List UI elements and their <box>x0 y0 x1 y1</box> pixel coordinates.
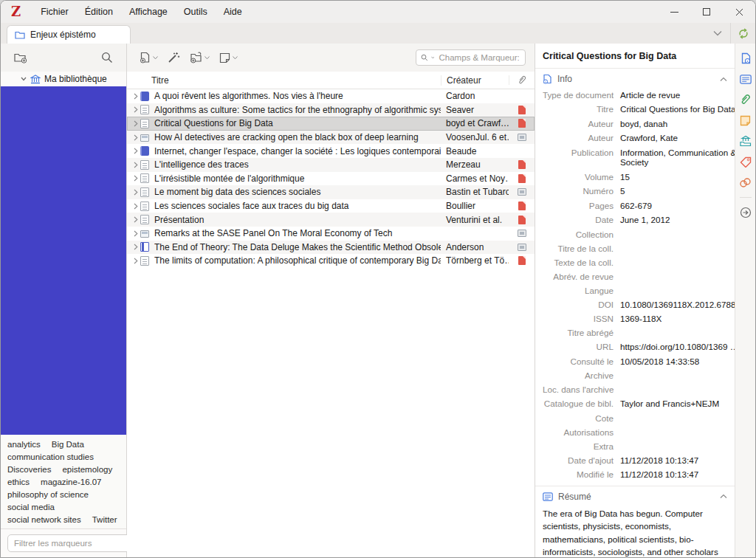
table-row[interactable]: PrésentationVenturini et al. <box>127 213 535 227</box>
new-item-button[interactable] <box>136 49 162 66</box>
field-value[interactable]: boyd, danah <box>620 119 735 128</box>
collection-selection-region[interactable] <box>1 86 126 435</box>
notes-tab-icon[interactable] <box>738 114 753 127</box>
menu-item[interactable]: Fichier <box>32 7 77 17</box>
menu-item[interactable]: Outils <box>176 7 216 17</box>
menu-item[interactable]: Affichage <box>121 7 176 17</box>
menu-item[interactable]: Édition <box>77 7 121 17</box>
menu-item[interactable]: Aide <box>216 7 250 17</box>
field-value[interactable] <box>620 272 735 281</box>
expand-chevron-icon[interactable] <box>131 230 140 237</box>
tag-item[interactable]: Twitter <box>92 515 117 524</box>
tag-item[interactable]: communication studies <box>7 452 94 461</box>
field-value[interactable]: 10.1080/1369118X.2012.6788 … <box>620 300 735 309</box>
sync-icon[interactable] <box>731 23 755 44</box>
field-value[interactable]: Taylor and Francis+NEJM <box>620 399 735 408</box>
table-row[interactable]: The End of Theory: The Data Deluge Makes… <box>127 241 535 255</box>
expand-chevron-icon[interactable] <box>131 134 140 141</box>
expand-chevron-icon[interactable] <box>131 258 140 264</box>
column-header-creator[interactable]: Créateur <box>441 75 509 86</box>
related-tab-icon[interactable] <box>738 176 753 189</box>
field-value[interactable]: 662-679 <box>620 201 735 210</box>
table-row[interactable]: L'irrésistible montée de l'algorithmique… <box>127 172 535 186</box>
expand-chevron-icon[interactable] <box>131 244 140 250</box>
tag-item[interactable]: epistemology <box>62 465 112 474</box>
field-value[interactable]: Article de revue <box>620 90 735 100</box>
tag-item[interactable]: magazine-16.07 <box>41 478 101 486</box>
field-value[interactable]: Critical Questions for Big Data <box>620 104 735 114</box>
info-tab-icon[interactable] <box>738 52 753 65</box>
expand-chevron-icon[interactable] <box>131 148 140 154</box>
expand-chevron-icon[interactable] <box>131 162 140 168</box>
expand-chevron-icon[interactable] <box>131 216 140 223</box>
table-row[interactable]: Algorithms as culture: Some tactics for … <box>127 103 535 117</box>
tab-list-chevron-icon[interactable] <box>705 23 730 44</box>
table-row[interactable]: Critical Questions for Big Databoyd et C… <box>127 117 535 131</box>
field-value[interactable] <box>620 230 735 239</box>
expand-chevron-icon[interactable] <box>131 93 140 100</box>
tab-library[interactable]: Enjeux épistémo <box>7 25 131 44</box>
libraries-tab-icon[interactable] <box>738 134 753 148</box>
abstract-section-header[interactable]: Résumé <box>535 486 735 506</box>
new-note-button[interactable] <box>216 49 241 66</box>
field-value[interactable]: Information, Communication & Society <box>620 148 735 168</box>
attachments-tab-icon[interactable] <box>738 93 753 106</box>
field-value[interactable]: 11/12/2018 10:13:47 <box>620 455 735 465</box>
table-row[interactable]: Le moment big data des sciences sociales… <box>127 185 535 199</box>
minimize-button[interactable] <box>658 1 690 23</box>
info-section-header[interactable]: Info <box>535 69 735 88</box>
tags-tab-icon[interactable] <box>738 155 753 168</box>
items-search-input[interactable] <box>437 52 520 63</box>
table-row[interactable]: Les sciences sociales face aux traces du… <box>127 199 535 213</box>
field-value[interactable] <box>620 413 735 423</box>
expand-chevron-icon[interactable] <box>131 189 140 196</box>
table-row[interactable]: Internet, changer l'espace, changer la s… <box>127 144 535 158</box>
field-value[interactable]: https://doi.org/10.1080/1369 … <box>620 342 735 351</box>
expand-chevron-icon[interactable] <box>131 120 140 127</box>
tag-item[interactable]: analytics <box>7 440 41 449</box>
expand-chevron-icon[interactable] <box>131 106 140 113</box>
tag-filter-input[interactable] <box>7 534 134 552</box>
column-header-attachment[interactable] <box>509 75 535 85</box>
field-value[interactable] <box>620 244 735 253</box>
tag-item[interactable]: Big Data <box>52 440 84 449</box>
table-row[interactable]: A quoi rêvent les algorithmes. Nos vies … <box>127 89 535 103</box>
new-collection-button[interactable] <box>10 49 31 66</box>
items-search-box[interactable] <box>416 49 526 66</box>
field-value[interactable]: 15 <box>620 172 735 182</box>
collection-search-icon[interactable] <box>97 49 117 66</box>
field-value[interactable] <box>620 328 735 337</box>
field-value[interactable]: 11/12/2018 10:13:47 <box>620 469 735 479</box>
field-value[interactable]: June 1, 2012 <box>620 215 735 224</box>
chevron-down-icon[interactable] <box>21 77 27 81</box>
field-value[interactable] <box>620 371 735 380</box>
locate-tab-icon[interactable] <box>738 206 753 219</box>
column-header-title[interactable]: Titre <box>127 75 441 86</box>
table-row[interactable]: L'intelligence des tracesMerzeau <box>127 158 535 172</box>
abstract-text[interactable]: The era of Big Data has begun. Computer … <box>535 506 735 557</box>
abstract-tab-icon[interactable] <box>738 72 753 86</box>
field-value[interactable]: 1369-118X <box>620 314 735 323</box>
expand-chevron-icon[interactable] <box>131 203 140 210</box>
close-button[interactable] <box>723 1 755 23</box>
field-value[interactable] <box>620 286 735 295</box>
field-value[interactable] <box>620 441 735 451</box>
field-value[interactable]: Crawford, Kate <box>620 133 735 142</box>
field-value[interactable] <box>620 385 735 394</box>
tag-item[interactable]: social network sites <box>7 515 81 524</box>
add-by-identifier-button[interactable] <box>164 49 184 66</box>
tag-item[interactable]: ethics <box>7 478 30 486</box>
table-row[interactable]: Remarks at the SASE Panel On The Moral E… <box>127 227 535 241</box>
tag-item[interactable]: philosophy of science <box>7 490 89 499</box>
field-value[interactable]: 10/05/2018 14:33:58 <box>620 356 735 366</box>
table-row[interactable]: The limits of computation: A philosophic… <box>127 254 535 268</box>
field-value[interactable] <box>620 427 735 437</box>
field-value[interactable] <box>620 258 735 267</box>
tag-item[interactable]: Discoveries <box>7 465 51 474</box>
new-attachment-button[interactable] <box>186 49 213 66</box>
tag-item[interactable]: social media <box>7 503 55 512</box>
library-row-my-library[interactable]: Ma bibliothèque <box>1 72 126 86</box>
maximize-button[interactable] <box>690 1 723 23</box>
expand-chevron-icon[interactable] <box>131 175 140 182</box>
field-value[interactable]: 5 <box>620 186 735 196</box>
